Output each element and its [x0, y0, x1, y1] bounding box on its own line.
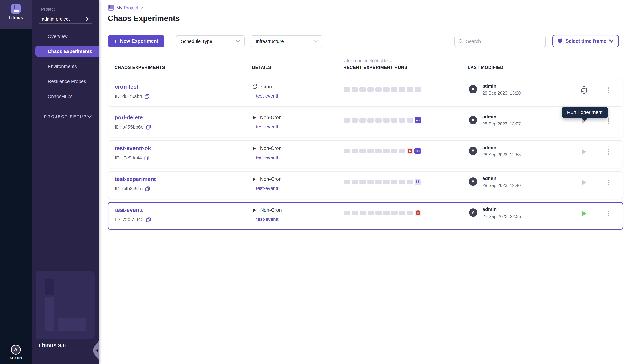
infrastructure-link[interactable]: test-eventt: [256, 124, 278, 130]
search-icon: [458, 39, 463, 44]
run-experiment-button[interactable]: [580, 209, 588, 218]
page-title: Chaos Experiments: [108, 14, 180, 23]
run-placeholder: [391, 180, 397, 184]
modified-date: 28 Sep 2023, 13:07: [482, 121, 521, 126]
stopwatch-icon[interactable]: [580, 86, 587, 94]
experiment-name-link[interactable]: pod-delete: [115, 114, 143, 120]
run-placeholder: [383, 180, 390, 184]
row-menu-button[interactable]: [605, 147, 611, 156]
run-status-running[interactable]: [414, 148, 421, 154]
run-placeholder: [415, 87, 421, 92]
recent-run-indicators: [344, 84, 421, 94]
run-placeholder: [359, 149, 366, 154]
sidebar-collapse-handle[interactable]: [93, 341, 99, 360]
sidebar: Project admin-project OverviewChaos Expe…: [32, 0, 99, 364]
breadcrumb-separator: >: [141, 5, 143, 10]
sidebar-item-resilience-probes[interactable]: Resilience Probes: [35, 76, 99, 87]
run-placeholder: [383, 149, 390, 154]
run-placeholder: [367, 180, 374, 184]
new-experiment-button[interactable]: + New Experiment: [108, 35, 164, 47]
infrastructure-link[interactable]: test-eventt: [256, 186, 278, 191]
non-cron-icon: [252, 146, 256, 151]
runs-order-hint: latest one on right side →: [343, 58, 393, 64]
copy-icon[interactable]: [146, 217, 151, 222]
infrastructure-link[interactable]: test-eventt: [256, 155, 278, 160]
run-status-paused[interactable]: [415, 179, 421, 185]
copy-icon[interactable]: [145, 186, 150, 191]
run-placeholder: [359, 118, 366, 122]
run-experiment-button-icon: [581, 179, 587, 186]
run-placeholder: [367, 118, 374, 122]
select-time-frame-button[interactable]: Select time frame: [552, 35, 619, 47]
sidebar-item-chaoshubs[interactable]: ChaosHubs: [35, 91, 99, 102]
sidebar-item-overview[interactable]: Overview: [35, 31, 99, 42]
schedule-label: Cron: [261, 84, 272, 90]
cron-icon: [252, 84, 258, 90]
cron-schedule-button[interactable]: [579, 86, 588, 94]
experiment-row: test-eventtID: 720c1d40Non-Crontest-even…: [108, 202, 623, 230]
run-placeholder: [360, 210, 366, 215]
run-status-running[interactable]: [415, 117, 421, 123]
row-menu-button[interactable]: [605, 86, 611, 95]
modified-date: 28 Sep 2023, 12:40: [482, 183, 521, 188]
modified-date: 28 Sep 2023, 12:58: [482, 152, 521, 157]
admin-avatar[interactable]: A: [11, 345, 21, 355]
modified-date: 27 Sep 2023, 22:35: [482, 214, 521, 219]
copy-icon[interactable]: [146, 125, 151, 130]
run-placeholder: [399, 180, 405, 184]
column-header-runs: RECENT EXPERIMENT RUNS: [343, 65, 407, 70]
sidebar-item-chaos-experiments[interactable]: Chaos Experiments: [35, 46, 99, 57]
infrastructure-link[interactable]: test-eventt: [256, 93, 278, 99]
schedule-label: Non-Cron: [260, 207, 282, 213]
run-placeholder: [399, 118, 405, 122]
brand-block: Litmus: [0, 0, 32, 28]
copy-icon[interactable]: [144, 156, 149, 160]
experiment-name-link[interactable]: test-experiment: [115, 176, 156, 182]
run-placeholder: [344, 180, 350, 184]
experiment-id: ID: c4b8c51c: [115, 186, 150, 192]
project-selector[interactable]: admin-project: [38, 14, 93, 24]
experiment-name-link[interactable]: test-eventt: [115, 207, 143, 213]
project-label: Project: [41, 6, 55, 12]
run-status-failed[interactable]: ✕: [407, 148, 413, 154]
column-header-modified: LAST MODIFIED: [468, 65, 503, 70]
schedule-type: Non-Cron: [252, 176, 282, 182]
run-placeholder: [375, 180, 382, 184]
column-header-experiments: CHAOS EXPERIMENTS: [115, 65, 165, 70]
experiment-id: ID: 720c1d40: [115, 217, 151, 222]
copy-icon[interactable]: [145, 94, 150, 99]
non-cron-icon: [252, 208, 257, 212]
modified-by-user: admin: [482, 145, 496, 150]
run-experiment-button[interactable]: [579, 147, 588, 156]
schedule-type-filter[interactable]: Schedule Type: [176, 35, 245, 47]
litmus-watermark-logo: [36, 270, 95, 340]
row-menu-button[interactable]: [605, 209, 611, 218]
experiment-id: ID: d01f5ab4: [115, 94, 150, 99]
row-menu-button[interactable]: [605, 178, 611, 187]
project-setup-toggle[interactable]: PROJECT SETUP: [44, 114, 92, 119]
breadcrumb-project-link[interactable]: My Project: [116, 5, 138, 10]
search-input[interactable]: [466, 38, 542, 44]
run-placeholder: [375, 210, 382, 215]
run-placeholder: [399, 87, 405, 92]
run-status-failed[interactable]: ✕: [415, 210, 421, 216]
experiment-row: test-experimentID: c4b8c51cNon-Crontest-…: [108, 171, 623, 199]
experiment-name-link[interactable]: test-eventt-ok: [115, 145, 151, 152]
project-setup-label: PROJECT SETUP: [44, 114, 87, 119]
run-placeholder: [399, 210, 405, 215]
run-placeholder: [368, 210, 374, 215]
run-placeholder: [359, 180, 366, 184]
experiment-name-link[interactable]: cron-test: [115, 84, 138, 90]
recent-run-indicators: [344, 115, 421, 125]
modified-by-user: admin: [482, 83, 496, 89]
run-experiment-button[interactable]: [579, 178, 588, 187]
brand-name: Litmus: [0, 15, 32, 20]
infrastructure-filter[interactable]: Infrastructure: [251, 35, 322, 47]
search-box: [454, 36, 546, 47]
experiment-row: cron-testID: d01f5ab4Crontest-eventtAadm…: [108, 79, 623, 107]
schedule-type: Non-Cron: [252, 207, 282, 213]
infrastructure-link[interactable]: test-eventt: [256, 216, 278, 222]
run-placeholder: [344, 118, 350, 122]
experiment-id: ID: b455bb6e: [115, 124, 151, 130]
sidebar-item-environments[interactable]: Environments: [35, 61, 99, 72]
